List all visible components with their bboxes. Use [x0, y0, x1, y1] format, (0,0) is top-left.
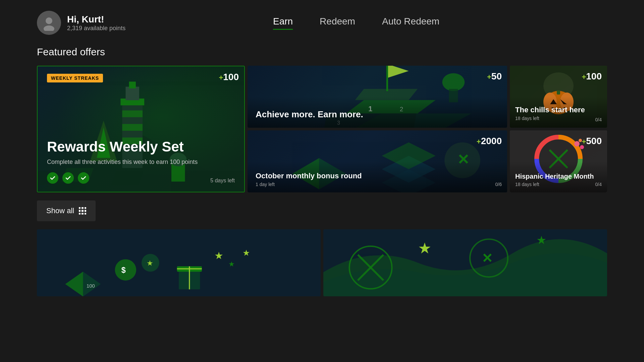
bottom-card-right[interactable]: ✕ ★ ★	[323, 229, 607, 296]
bottom-card-left[interactable]: $ ★ ★ ★ ★ 100	[37, 229, 321, 296]
card-october[interactable]: ✕ +2000 October monthly bonus round 1 da…	[248, 130, 507, 192]
greeting: Hi, Kurt!	[67, 14, 125, 25]
hispanic-days: 18 days left	[515, 182, 594, 187]
card-main-title: Rewards Weekly Set	[47, 139, 235, 155]
nav-redeem[interactable]: Redeem	[320, 16, 355, 30]
chills-progress: 0/4	[595, 117, 602, 122]
october-content: October monthly bonus round 1 day left	[256, 172, 362, 187]
main-nav: Earn Redeem Auto Redeem	[273, 16, 460, 30]
main-card-points: +100	[219, 72, 239, 82]
main-content: Featured offers	[0, 43, 644, 296]
october-title: October monthly bonus round	[256, 172, 362, 180]
hispanic-content: Hispanic Heritage Month 18 days left	[515, 173, 594, 187]
card-main-content: Rewards Weekly Set Complete all three ac…	[38, 131, 244, 192]
main-days-left: 5 days left	[210, 178, 235, 184]
achieve-title: Achieve more. Earn more.	[256, 109, 363, 120]
check-3	[78, 172, 89, 184]
svg-text:100: 100	[87, 283, 95, 289]
user-section: Hi, Kurt! 2,319 available points	[37, 11, 125, 35]
svg-text:★: ★	[147, 260, 153, 267]
svg-text:★: ★	[243, 248, 250, 257]
card-weekly-set[interactable]: WEEKLY STREAKS +100 Rewards Weekly Set C…	[37, 66, 245, 192]
svg-text:$: $	[121, 266, 126, 275]
show-all-button[interactable]: Show all	[37, 200, 96, 221]
header: Hi, Kurt! 2,319 available points Earn Re…	[0, 0, 644, 43]
chills-title: The chills start here	[515, 106, 585, 114]
svg-rect-8	[126, 87, 139, 100]
featured-title: Featured offers	[37, 46, 607, 58]
october-progress: 0/6	[495, 182, 502, 187]
check-1	[47, 172, 58, 184]
weekly-badge: WEEKLY STREAKS	[47, 74, 103, 82]
checkmarks	[47, 172, 235, 184]
svg-rect-9	[129, 81, 136, 88]
card-hispanic[interactable]: +500 Hispanic Heritage Month 18 days lef…	[510, 130, 607, 192]
nav-earn[interactable]: Earn	[273, 16, 293, 30]
svg-point-0	[46, 17, 52, 24]
show-all-label: Show all	[46, 206, 74, 215]
check-2	[62, 172, 74, 184]
card-chills[interactable]: +100 The chills start here 18 days left …	[510, 66, 607, 128]
svg-rect-6	[122, 124, 143, 131]
card-main-desc: Complete all three activities this week …	[47, 159, 235, 166]
svg-text:★: ★	[536, 234, 546, 246]
svg-text:★: ★	[214, 250, 223, 261]
bottom-cards: $ ★ ★ ★ ★ 100	[37, 229, 607, 296]
svg-text:✕: ✕	[482, 251, 493, 265]
svg-text:★: ★	[228, 260, 235, 268]
hispanic-progress: 0/4	[595, 182, 602, 187]
avatar	[37, 11, 61, 35]
svg-point-1	[44, 25, 54, 31]
available-points: 2,319 available points	[67, 25, 125, 32]
nav-auto-redeem[interactable]: Auto Redeem	[382, 16, 439, 30]
card-achieve[interactable]: 1 2 3 +50 Achieve more. Earn more.	[248, 66, 507, 128]
featured-grid: WEEKLY STREAKS +100 Rewards Weekly Set C…	[37, 66, 607, 192]
october-days: 1 day left	[256, 182, 362, 187]
svg-text:★: ★	[418, 240, 431, 257]
grid-icon	[79, 207, 86, 215]
svg-rect-5	[122, 110, 143, 117]
chills-days: 18 days left	[515, 116, 539, 121]
hispanic-title: Hispanic Heritage Month	[515, 173, 594, 180]
user-info: Hi, Kurt! 2,319 available points	[67, 14, 125, 32]
